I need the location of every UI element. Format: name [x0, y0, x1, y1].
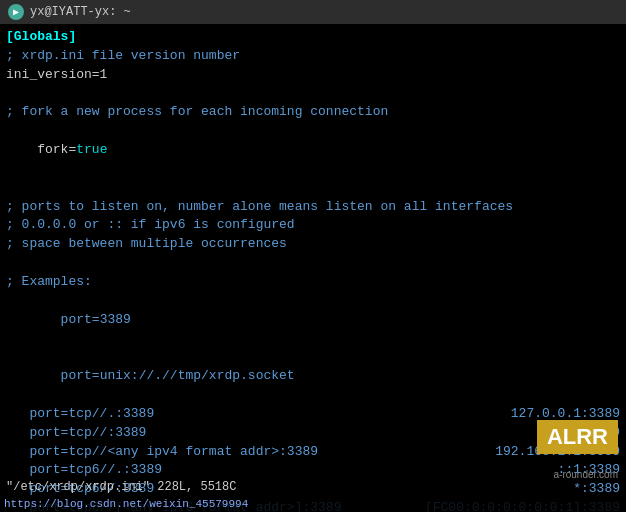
- example-tcp-colon: port=tcp//:3389 *:3389: [6, 424, 620, 443]
- comment-examples: ; Examples:: [6, 273, 620, 292]
- watermark: a-rounder.com: [554, 469, 618, 480]
- blank-1: [6, 85, 620, 104]
- section-globals: [Globals]: [6, 28, 620, 47]
- code-ini-version: ini_version=1: [6, 66, 620, 85]
- terminal: [Globals] ; xrdp.ini file version number…: [0, 24, 626, 512]
- url-text: https://blog.csdn.net/weixin_45579994: [4, 498, 248, 510]
- comment-version: ; xrdp.ini file version number: [6, 47, 620, 66]
- comment-fork: ; fork a new process for each incoming c…: [6, 103, 620, 122]
- title-bar: ▶ yx@IYATT-yx: ~: [0, 0, 626, 24]
- url-bar: https://blog.csdn.net/weixin_45579994: [0, 496, 626, 512]
- example-tcp6-dot: port=tcp6//.:3389 ::1:3389: [6, 461, 620, 480]
- example-tcp-ipv4: port=tcp//<any ipv4 format addr>:3389 19…: [6, 443, 620, 462]
- code-fork: fork=true: [6, 122, 620, 179]
- example-unix: port=unix://.//tmp/xrdp.socket: [6, 348, 620, 405]
- example-3389: port=3389: [6, 292, 620, 349]
- comment-space: ; space between multiple occurrences: [6, 235, 620, 254]
- blank-2: [6, 179, 620, 198]
- status-bar: "/etc/xrdp/xrdp.ini" 228L, 5518C: [0, 480, 626, 494]
- alrr-badge: ALRR: [537, 420, 618, 454]
- example-tcp-dot: port=tcp//.:3389 127.0.0.1:3389: [6, 405, 620, 424]
- title-text: yx@IYATT-yx: ~: [30, 5, 131, 19]
- comment-ipv6: ; 0.0.0.0 or :: if ipv6 is configured: [6, 216, 620, 235]
- terminal-icon: ▶: [8, 4, 24, 20]
- comment-ports: ; ports to listen on, number alone means…: [6, 198, 620, 217]
- blank-3: [6, 254, 620, 273]
